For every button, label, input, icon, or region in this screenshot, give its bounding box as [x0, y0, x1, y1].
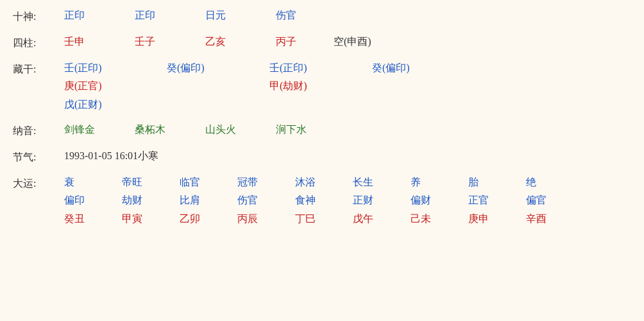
dayun-r1-c5: 沐浴 [295, 173, 353, 192]
sizhu-item-1: 壬申 [64, 33, 135, 51]
dayun-r1-c6: 长生 [353, 173, 411, 192]
dayun-row3: 癸丑 甲寅 乙卯 丙辰 丁巳 戊午 己未 庚申 辛酉 [64, 210, 631, 229]
dayun-r2-c2: 劫财 [122, 191, 180, 210]
dayun-r2-c8: 正官 [468, 191, 526, 210]
dayun-r3-c9: 辛酉 [526, 210, 584, 229]
zanggan-content: 壬(正印) 癸(偏印) 壬(正印) 癸(偏印) 庚(正官) 甲(劫财) 戊(正财… [64, 59, 631, 114]
zanggan-c0-r2: 戊(正财) [64, 96, 167, 114]
sizhu-label: 四柱: [13, 33, 64, 53]
dayun-r2-c7: 偏财 [411, 191, 468, 210]
zanggan-c1-r0: 癸(偏印) [167, 59, 269, 78]
dayun-r1-c1: 衰 [64, 173, 122, 192]
sizhu-content: 壬申 壬子 乙亥 丙子 空(申酉) [64, 33, 631, 51]
sizhu-item-3: 乙亥 [205, 33, 276, 51]
dayun-r1-c8: 胎 [468, 173, 526, 192]
dayun-r3-c4: 丙辰 [237, 210, 295, 229]
zanggan-c2-r1: 甲(劫财) [269, 77, 372, 96]
dayun-r1-c9: 绝 [526, 173, 584, 192]
dayun-r2-c1: 偏印 [64, 191, 122, 210]
dayun-r3-c2: 甲寅 [122, 210, 180, 229]
dayun-r1-c3: 临官 [180, 173, 237, 192]
zanggan-c0-r0: 壬(正印) [64, 59, 167, 78]
zanggan-c1-r2 [167, 96, 269, 114]
nayin-content: 剑锋金 桑柘木 山头火 涧下水 [64, 121, 631, 139]
sizhu-item-4: 丙子 [276, 33, 334, 51]
jieqi-label: 节气: [13, 147, 64, 167]
zanggan-row: 藏干: 壬(正印) 癸(偏印) 壬(正印) 癸(偏印) 庚(正官) 甲(劫财) … [13, 59, 631, 114]
zanggan-c2-r0: 壬(正印) [269, 59, 372, 78]
shishen-item-4: 伤官 [276, 6, 346, 25]
nayin-item-4: 涧下水 [276, 121, 346, 139]
dayun-r2-c5: 食神 [295, 191, 353, 210]
dayun-r3-c8: 庚申 [468, 210, 526, 229]
zanggan-c1-r1 [167, 77, 269, 96]
dayun-r2-c4: 伤官 [237, 191, 295, 210]
shishen-item-2: 正印 [135, 6, 205, 25]
dayun-r1-c2: 帝旺 [122, 173, 180, 192]
dayun-content: 衰 帝旺 临官 冠带 沐浴 长生 养 胎 绝 偏印 劫财 比肩 伤官 食神 正财… [64, 173, 631, 229]
dayun-r1-c7: 养 [411, 173, 468, 192]
zanggan-c3-r1 [372, 77, 475, 96]
dayun-r2-c3: 比肩 [180, 191, 237, 210]
dayun-r3-c1: 癸丑 [64, 210, 122, 229]
sizhu-suffix: 空(申酉) [334, 33, 371, 51]
jieqi-content: 1993-01-05 16:01小寒 [64, 147, 631, 166]
dayun-r3-c5: 丁巳 [295, 210, 353, 229]
dayun-r3-c3: 乙卯 [180, 210, 237, 229]
zanggan-c2-r2 [269, 96, 372, 114]
shishen-label: 十神: [13, 6, 64, 26]
dayun-row2: 偏印 劫财 比肩 伤官 食神 正财 偏财 正官 偏官 [64, 191, 631, 210]
dayun-r3-c6: 戊午 [353, 210, 411, 229]
nayin-item-2: 桑柘木 [135, 121, 205, 139]
zanggan-c3-r2 [372, 96, 475, 114]
nayin-item-1: 剑锋金 [64, 121, 135, 139]
dayun-row: 大运: 衰 帝旺 临官 冠带 沐浴 长生 养 胎 绝 偏印 劫财 比肩 伤官 食… [13, 173, 631, 229]
nayin-row: 纳音: 剑锋金 桑柘木 山头火 涧下水 [13, 121, 631, 141]
dayun-row1: 衰 帝旺 临官 冠带 沐浴 长生 养 胎 绝 [64, 173, 631, 192]
zanggan-c3-r0: 癸(偏印) [372, 59, 475, 78]
zanggan-c0-r1: 庚(正官) [64, 77, 167, 96]
sizhu-item-2: 壬子 [135, 33, 205, 51]
nayin-label: 纳音: [13, 121, 64, 141]
sizhu-row: 四柱: 壬申 壬子 乙亥 丙子 空(申酉) [13, 33, 631, 53]
jieqi-row: 节气: 1993-01-05 16:01小寒 [13, 147, 631, 167]
shishen-item-3: 日元 [205, 6, 276, 25]
dayun-label: 大运: [13, 173, 64, 193]
dayun-r1-c4: 冠带 [237, 173, 295, 192]
dayun-r3-c7: 己未 [411, 210, 468, 229]
nayin-item-3: 山头火 [205, 121, 276, 139]
shishen-row: 十神: 正印 正印 日元 伤官 [13, 6, 631, 26]
dayun-r2-c6: 正财 [353, 191, 411, 210]
jieqi-value: 1993-01-05 16:01小寒 [64, 150, 158, 161]
dayun-r2-c9: 偏官 [526, 191, 584, 210]
shishen-item-1: 正印 [64, 6, 135, 25]
zanggan-label: 藏干: [13, 59, 64, 79]
shishen-content: 正印 正印 日元 伤官 [64, 6, 631, 25]
